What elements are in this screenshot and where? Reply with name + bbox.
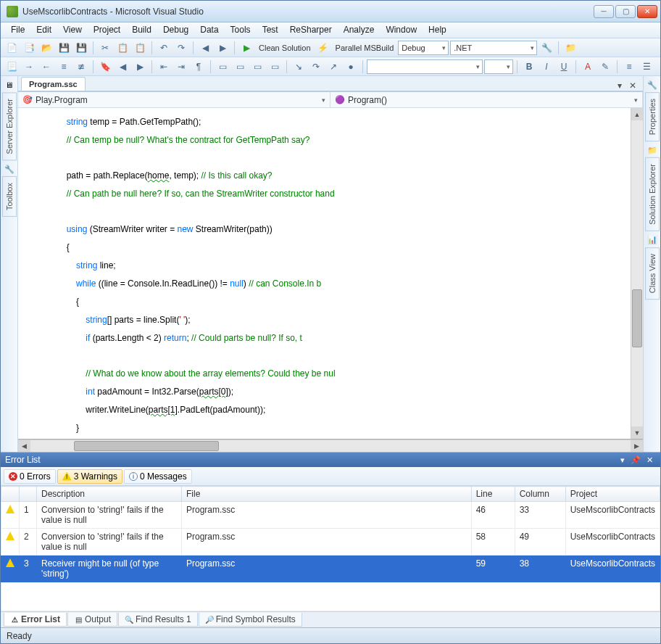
maximize-button[interactable]: ▢ <box>615 5 636 18</box>
solution-explorer-tab[interactable]: Solution Explorer <box>645 157 660 231</box>
size-dropdown[interactable] <box>484 59 513 74</box>
menu-analyze[interactable]: Analyze <box>338 22 381 38</box>
scroll-up-icon[interactable]: ▲ <box>631 108 643 120</box>
menu-edit[interactable]: Edit <box>30 22 57 38</box>
step-into-button[interactable]: ↘ <box>291 59 307 75</box>
platform-dropdown[interactable]: .NET <box>450 41 537 55</box>
tab-error-list[interactable]: ⚠Error List <box>4 613 67 627</box>
errors-filter[interactable]: ✕0 Errors <box>4 469 56 484</box>
scroll-down-icon[interactable]: ▼ <box>631 426 643 439</box>
save-all-button[interactable]: 💾 <box>73 40 89 56</box>
win3-button[interactable]: ▭ <box>249 59 265 75</box>
member-list-button[interactable]: 📃 <box>4 59 20 75</box>
underline-button[interactable]: U <box>556 59 572 75</box>
col-line[interactable]: Line <box>471 487 515 502</box>
tab-right-button[interactable]: ⇥ <box>173 59 189 75</box>
tab-output[interactable]: ▤Output <box>67 613 117 627</box>
col-file[interactable]: File <box>182 487 472 502</box>
folder-button[interactable]: 📁 <box>562 40 578 56</box>
menu-debug[interactable]: Debug <box>157 22 194 38</box>
menu-view[interactable]: View <box>57 22 88 38</box>
align-left-button[interactable]: ≡ <box>621 59 637 75</box>
vertical-scrollbar[interactable]: ▲ ▼ <box>631 108 643 439</box>
config-dropdown[interactable]: Debug <box>398 41 449 55</box>
document-tab[interactable]: Program.ssc <box>21 77 86 91</box>
horizontal-scrollbar[interactable]: ◀ ▶ <box>18 439 643 452</box>
menu-build[interactable]: Build <box>126 22 157 38</box>
member-dropdown[interactable]: 🟣Program() <box>330 92 643 107</box>
col-icon[interactable] <box>1 487 20 502</box>
toggle-bookmark-button[interactable]: 🔖 <box>97 59 113 75</box>
win4-button[interactable]: ▭ <box>267 59 283 75</box>
scroll-right-icon[interactable]: ▶ <box>631 440 643 452</box>
tab-find-results-1[interactable]: 🔍Find Results 1 <box>118 613 198 627</box>
italic-button[interactable]: I <box>539 59 554 75</box>
breakpoints-button[interactable]: ● <box>343 59 359 75</box>
format-button[interactable]: ¶ <box>191 59 207 75</box>
uncomment-button[interactable]: ≢ <box>73 59 89 75</box>
server-explorer-tab[interactable]: Server Explorer <box>2 92 17 160</box>
scroll-left-icon[interactable]: ◀ <box>18 440 30 452</box>
menu-test[interactable]: Test <box>257 22 284 38</box>
paste-button[interactable]: 📋 <box>132 40 148 56</box>
table-row[interactable]: 3 Receiver might be null (of type 'strin… <box>1 556 660 582</box>
win2-button[interactable]: ▭ <box>232 59 248 75</box>
bold-button[interactable]: B <box>521 59 537 75</box>
menu-resharper[interactable]: ReSharper <box>284 22 338 38</box>
nav-fwd-button[interactable]: ▶ <box>215 40 230 56</box>
table-row[interactable]: 2 Conversion to 'string!' fails if the v… <box>1 529 660 556</box>
comment-button[interactable]: ≡ <box>56 59 72 75</box>
properties-tab[interactable]: Properties <box>645 92 660 141</box>
tab-close-button[interactable]: ✕ <box>625 80 640 91</box>
panel-dropdown-button[interactable]: ▾ <box>618 455 628 465</box>
messages-filter[interactable]: i0 Messages <box>124 469 192 484</box>
start-debug-button[interactable]: ▶ <box>238 40 254 56</box>
hscroll-thumb[interactable] <box>74 441 219 451</box>
tab-left-button[interactable]: ⇤ <box>156 59 172 75</box>
nav-back-button[interactable]: ◀ <box>197 40 213 56</box>
menu-file[interactable]: File <box>5 22 30 38</box>
open-button[interactable]: 📂 <box>38 40 54 56</box>
col-description[interactable]: Description <box>37 487 182 502</box>
table-row[interactable]: 1 Conversion to 'string!' fails if the v… <box>1 502 660 529</box>
menu-data[interactable]: Data <box>194 22 224 38</box>
parallel-msbuild-button[interactable]: Parallel MSBuild <box>333 44 397 52</box>
col-column[interactable]: Column <box>515 487 565 502</box>
warnings-filter[interactable]: !3 Warnings <box>57 469 122 484</box>
col-project[interactable]: Project <box>565 487 660 502</box>
redo-button[interactable]: ↷ <box>173 40 189 56</box>
cut-button[interactable]: ✂ <box>97 40 113 56</box>
menu-project[interactable]: Project <box>88 22 126 38</box>
new-project-button[interactable]: 📄 <box>4 40 20 56</box>
type-dropdown[interactable]: 🎯Play.Program <box>18 92 330 107</box>
indent-dec-button[interactable]: ← <box>38 59 54 75</box>
step-over-button[interactable]: ↷ <box>308 59 324 75</box>
menu-tools[interactable]: Tools <box>225 22 257 38</box>
menu-help[interactable]: Help <box>423 22 452 38</box>
close-button[interactable]: ✕ <box>637 5 657 18</box>
next-bookmark-button[interactable]: ▶ <box>132 59 148 75</box>
tab-dropdown-button[interactable]: ▾ <box>614 80 625 91</box>
add-item-button[interactable]: 📑 <box>21 40 37 56</box>
code-editor[interactable]: string temp = Path.GetTempPath(); // Can… <box>18 108 643 439</box>
copy-button[interactable]: 📋 <box>115 40 130 56</box>
step-out-button[interactable]: ↗ <box>325 59 341 75</box>
class-view-tab[interactable]: Class View <box>645 247 660 300</box>
font-dropdown[interactable] <box>367 59 483 74</box>
properties-button[interactable]: 🔧 <box>539 40 554 56</box>
clean-solution-button[interactable]: Clean Solution <box>256 44 314 52</box>
save-button[interactable]: 💾 <box>56 40 72 56</box>
panel-close-button[interactable]: ✕ <box>644 455 656 465</box>
minimize-button[interactable]: ─ <box>594 5 614 18</box>
indent-inc-button[interactable]: → <box>21 59 37 75</box>
scroll-thumb[interactable] <box>632 289 642 347</box>
list-button[interactable]: ☰ <box>639 59 654 75</box>
menu-window[interactable]: Window <box>380 22 423 38</box>
toolbox-tab[interactable]: Toolbox <box>2 176 17 217</box>
panel-pin-button[interactable]: 📌 <box>628 455 644 465</box>
highlight-button[interactable]: ✎ <box>597 59 613 75</box>
undo-button[interactable]: ↶ <box>156 40 172 56</box>
font-color-button[interactable]: A <box>580 59 596 75</box>
tab-find-symbol-results[interactable]: 🔎Find Symbol Results <box>199 613 302 627</box>
col-number[interactable] <box>20 487 37 502</box>
